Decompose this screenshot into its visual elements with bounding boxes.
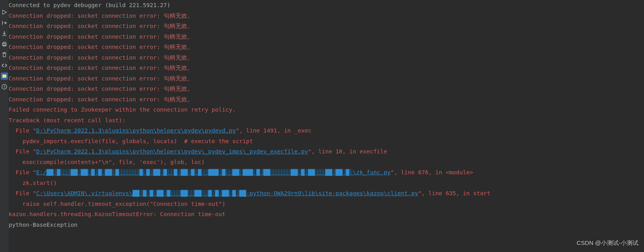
- console-line: File "E:/██ █ ██ ██ █ █ ██ █ █ █ ██ █ █ …: [9, 167, 644, 178]
- console-line: Connection dropped: socket connection er…: [9, 52, 644, 63]
- file-link[interactable]: E:/: [36, 169, 47, 175]
- console-text: python-BaseException: [9, 222, 78, 228]
- console-text: exec(compile(contents+"\n", file, 'exec'…: [9, 159, 205, 165]
- step-icon[interactable]: [1, 19, 8, 26]
- scroll-icon[interactable]: [1, 62, 8, 69]
- console-text: Traceback (most recent call last):: [9, 117, 126, 123]
- console-text: Connection dropped: socket connection er…: [9, 23, 193, 29]
- console-text: Failed connecting to Zookeeper within th…: [9, 106, 236, 113]
- console-line: Connection dropped: socket connection er…: [9, 11, 644, 21]
- console-line: python-BaseException: [9, 220, 644, 230]
- console-line: Connection dropped: socket connection er…: [9, 32, 644, 42]
- rerun-icon[interactable]: [1, 9, 8, 16]
- console-line: File "D:\PyCharm 2022.1.3\plugins\python…: [9, 146, 644, 157]
- file-link[interactable]: ██ █ ██ ██ █ █ ██ █ █ █ ██ █ █ ██ █ █ ██…: [47, 169, 353, 175]
- console-line: exec(compile(contents+"\n", file, 'exec'…: [9, 157, 644, 168]
- console-line: Connection dropped: socket connection er…: [9, 42, 644, 52]
- console-line: Connection dropped: socket connection er…: [9, 84, 644, 94]
- console-text: ", line 635, in start: [418, 190, 490, 196]
- console-line: zk.start(): [9, 178, 644, 189]
- svg-rect-4: [2, 75, 6, 78]
- file-link[interactable]: C:\Users\ADMIN\.virtualenvs\: [36, 190, 132, 196]
- file-link[interactable]: -python-OWA29rn9\lib\site-packages\kazoo…: [246, 190, 418, 196]
- console-text: zk.start(): [9, 180, 57, 186]
- console-text: kazoo.handlers.threading.KazooTimeoutErr…: [9, 211, 225, 217]
- watermark: CSDN @小测试-小测试: [577, 238, 638, 248]
- console-text: ", line 676, in <module>: [391, 169, 473, 175]
- console-line: raise self.handler.timeout_exception("Co…: [9, 199, 644, 209]
- console-text: Connection dropped: socket connection er…: [9, 96, 193, 103]
- console-gutter: [0, 0, 9, 252]
- file-link[interactable]: ██ █ █ ██ █ ██ ██ █ █ ██ █ ██: [132, 190, 246, 196]
- console-line: File "C:\Users\ADMIN\.virtualenvs\██ █ █…: [9, 188, 644, 199]
- console-line: Connection dropped: socket connection er…: [9, 21, 644, 32]
- console-text: File ": [9, 169, 36, 175]
- console-line: Connection dropped: socket connection er…: [9, 63, 644, 73]
- console-output[interactable]: Connected to pydev debugger (build 221.5…: [9, 0, 644, 252]
- console-text: Connection dropped: socket connection er…: [9, 54, 193, 61]
- file-link[interactable]: D:\PyCharm 2022.1.3\plugins\python\helpe…: [36, 127, 236, 134]
- print-icon[interactable]: [1, 41, 8, 48]
- console-text: raise self.handler.timeout_exception("Co…: [9, 201, 225, 207]
- console-text: Connection dropped: socket connection er…: [9, 13, 193, 19]
- trash-icon[interactable]: [1, 51, 8, 58]
- console-line: Failed connecting to Zookeeper within th…: [9, 105, 644, 115]
- console-text: Connection dropped: socket connection er…: [9, 75, 193, 82]
- console-text: pydev_imports.execfile(file, globals, lo…: [9, 138, 253, 144]
- file-link[interactable]: \zk_func.py: [353, 169, 391, 175]
- console-line: kazoo.handlers.threading.KazooTimeoutErr…: [9, 209, 644, 220]
- console-line: File "D:\PyCharm 2022.1.3\plugins\python…: [9, 125, 644, 136]
- file-link[interactable]: D:\PyCharm 2022.1.3\plugins\python\helpe…: [36, 148, 308, 155]
- console-text: Connected to pydev debugger (build 221.5…: [9, 2, 170, 8]
- console-line: Connection dropped: socket connection er…: [9, 94, 644, 105]
- console-line: Traceback (most recent call last):: [9, 115, 644, 126]
- download-icon[interactable]: [1, 30, 8, 37]
- console-text: ", line 1491, in _exec: [236, 127, 311, 134]
- console-text: Connection dropped: socket connection er…: [9, 44, 193, 50]
- console-text: File ": [9, 148, 36, 155]
- history-icon[interactable]: [1, 83, 8, 90]
- svg-rect-2: [3, 42, 6, 43]
- console-text: Connection dropped: socket connection er…: [9, 65, 193, 71]
- console-text: Connection dropped: socket connection er…: [9, 34, 193, 40]
- console-line: pydev_imports.execfile(file, globals, lo…: [9, 136, 644, 147]
- console-text: File ": [9, 127, 36, 134]
- console-line: Connected to pydev debugger (build 221.5…: [9, 0, 644, 11]
- highlight-icon[interactable]: [1, 73, 8, 80]
- console-text: Connection dropped: socket connection er…: [9, 86, 193, 92]
- console-text: File ": [9, 190, 36, 196]
- svg-marker-0: [3, 10, 6, 14]
- console-text: ", line 18, in execfile: [308, 148, 387, 155]
- console-line: Connection dropped: socket connection er…: [9, 73, 644, 84]
